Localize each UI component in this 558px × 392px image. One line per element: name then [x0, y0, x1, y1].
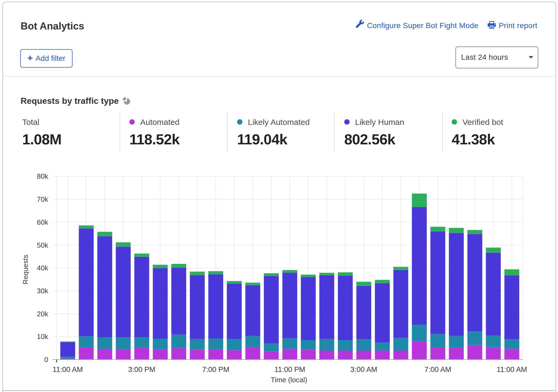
svg-text:3:00 PM: 3:00 PM — [128, 366, 156, 374]
svg-text:11:00 AM: 11:00 AM — [52, 366, 83, 374]
svg-text:30k: 30k — [37, 287, 48, 295]
svg-text:10k: 10k — [37, 333, 48, 341]
svg-text:40k: 40k — [37, 264, 48, 272]
svg-text:60k: 60k — [37, 218, 48, 226]
svg-text:20k: 20k — [37, 310, 48, 318]
svg-text:80k: 80k — [37, 172, 48, 180]
svg-text:Requests: Requests — [21, 255, 29, 284]
svg-text:50k: 50k — [37, 241, 48, 249]
svg-text:11:00 AM: 11:00 AM — [497, 366, 527, 374]
svg-text:0: 0 — [44, 356, 48, 364]
svg-text:7:00 PM: 7:00 PM — [202, 366, 229, 374]
svg-text:Time (local): Time (local) — [271, 376, 307, 384]
svg-text:70k: 70k — [37, 195, 48, 203]
svg-text:11:00 PM: 11:00 PM — [274, 366, 305, 374]
svg-text:7:00 AM: 7:00 AM — [424, 366, 451, 374]
svg-text:3:00 AM: 3:00 AM — [350, 366, 377, 374]
